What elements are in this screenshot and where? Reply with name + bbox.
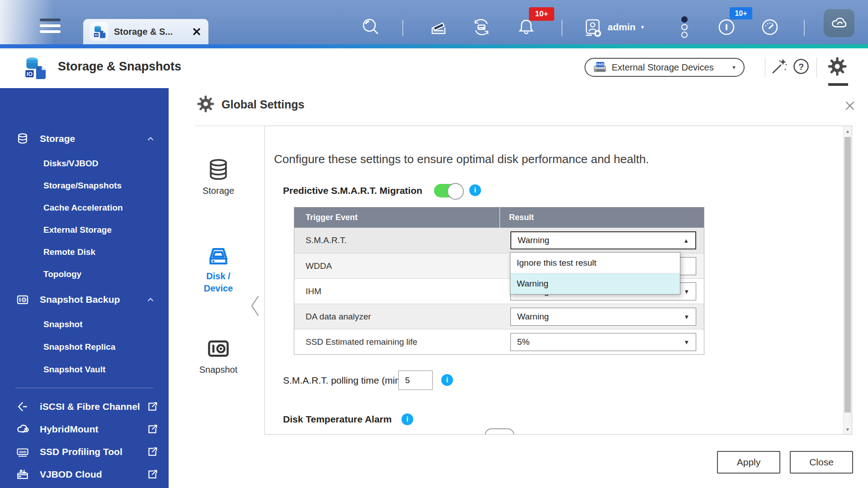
polling-time-input[interactable] [398, 371, 433, 390]
scroll-up-arrow[interactable]: ▲ [844, 126, 852, 136]
sidebar-item-storage-snapshots[interactable]: Storage/Snapshots [0, 174, 169, 197]
svg-text:SSD: SSD [19, 450, 27, 454]
sidebar-item-external-storage[interactable]: External Storage [0, 219, 169, 241]
info-icon[interactable] [401, 413, 413, 425]
info-icon[interactable] [441, 374, 453, 386]
ssd-icon: SSD [15, 445, 30, 459]
external-link-icon [146, 423, 159, 436]
sidebar-item-cache-acceleration[interactable]: Cache Acceleration [0, 197, 169, 219]
notification-count-badge: 10+ [529, 7, 554, 21]
info-icon[interactable] [469, 184, 481, 196]
settings-gear-icon[interactable] [827, 54, 847, 79]
svg-text:RAID: RAID [596, 63, 604, 66]
user-menu[interactable]: admin ▼ [582, 16, 645, 38]
chevron-down-icon: ▼ [684, 288, 689, 295]
dialog-title: Global Settings [222, 98, 304, 111]
raid-disk-icon: RAID [593, 61, 607, 74]
snapshot-camera-icon [15, 292, 30, 307]
global-settings-panel: Global Settings Storage Disk / Device [169, 88, 868, 488]
sidebar-item-hybridmount[interactable]: HybridMount [0, 418, 169, 441]
collapse-panel-chevron-icon[interactable] [249, 294, 261, 318]
trigger-event-label: IHM [294, 286, 321, 296]
trigger-event-label: SSD Estimated remaining life [294, 337, 417, 347]
dropdown-option-ignore[interactable]: Ignore this test result [510, 253, 680, 273]
dropdown-option-warning[interactable]: Warning [510, 273, 680, 294]
gradient-accent-bar [0, 44, 868, 48]
header-divider [765, 57, 765, 77]
app-tab-close-icon[interactable] [191, 26, 202, 37]
myqnapcloud-icon[interactable] [824, 9, 854, 37]
sidebar-item-ssd-profiling-tool[interactable]: SSD SSD Profiling Tool [0, 441, 169, 463]
topbar-divider [561, 20, 562, 36]
header-divider [816, 57, 817, 77]
external-storage-devices-dropdown[interactable]: RAID External Storage Devices ▼ [585, 58, 745, 77]
dialog-close-icon[interactable] [843, 99, 858, 113]
tab-label: Storage [191, 186, 245, 196]
sidebar-item-vjbod-cloud[interactable]: VJBOD Cloud [0, 463, 169, 486]
tab-disk-device[interactable]: Disk / Device [191, 244, 245, 295]
snapshot-tab-icon [206, 336, 231, 361]
smart-result-select[interactable]: Warning ▲ [510, 231, 696, 249]
sidebar-item-iscsi-fibre-channel[interactable]: iSCSI & Fibre Channel [0, 395, 169, 418]
tab-snapshot[interactable]: Snapshot [191, 336, 245, 375]
sidebar-item-topology[interactable]: Topology [0, 263, 169, 285]
smart-migration-label: Predictive S.M.A.R.T. Migration [283, 185, 422, 196]
search-icon[interactable] [359, 16, 382, 38]
svg-text:?: ? [798, 62, 804, 72]
help-icon[interactable]: ? [791, 54, 811, 79]
hybridmount-cloud-icon [15, 422, 30, 436]
svg-text:IO: IO [27, 71, 33, 77]
background-tasks-icon[interactable] [427, 16, 450, 38]
disk-temperature-alarm-label: Disk Temperature Alarm [283, 414, 392, 425]
smart-migration-toggle[interactable] [434, 184, 463, 197]
apply-button[interactable]: Apply [717, 451, 780, 474]
user-caret-down-icon: ▼ [640, 24, 645, 30]
table-row-ssd-life: SSD Estimated remaining life 5% ▼ [294, 329, 704, 354]
user-name-label: admin [608, 22, 636, 33]
chevron-up-icon[interactable] [145, 294, 156, 305]
column-header-trigger-event: Trigger Event [294, 207, 500, 228]
scrollbar-thumb[interactable] [844, 137, 851, 413]
external-link-icon [146, 446, 159, 458]
magic-wand-icon[interactable] [769, 54, 789, 79]
da-result-select[interactable]: Warning ▼ [510, 308, 696, 326]
external-link-icon [146, 468, 159, 481]
system-info-icon[interactable] [715, 16, 738, 38]
dashboard-icon[interactable] [759, 16, 781, 38]
chevron-up-icon[interactable] [145, 133, 156, 144]
settings-headline: Configure these settings to ensure optim… [274, 152, 649, 166]
svg-text:IO: IO [94, 33, 98, 37]
app-tab-title: Storage & S... [114, 27, 173, 37]
vjbod-cloud-icon [15, 467, 30, 482]
sidebar-item-snapshot-replica[interactable]: Snapshot Replica [0, 336, 169, 358]
gear-icon [197, 95, 215, 113]
column-header-result: Result [500, 207, 704, 228]
sidebar-item-storage[interactable]: Storage [0, 128, 169, 149]
temperature-toggle-clipped[interactable] [485, 428, 515, 435]
trigger-event-label: DA data analyzer [294, 312, 371, 322]
app-tab-storage-snapshots[interactable]: IO Storage & S... [83, 19, 208, 44]
storage-tab-icon [206, 157, 231, 182]
main-menu-icon[interactable] [40, 19, 61, 34]
trigger-event-label: WDDA [294, 261, 332, 271]
select-value: Warning [517, 312, 549, 322]
sidebar-item-snapshot-vault[interactable]: Snapshot Vault [0, 358, 169, 380]
settings-scroll-area: Configure these settings to ensure optim… [264, 126, 852, 435]
ssd-life-select[interactable]: 5% ▼ [510, 333, 696, 351]
tab-storage[interactable]: Storage [191, 157, 245, 196]
storage-snapshots-header-icon: IO [21, 54, 48, 81]
vertical-scrollbar[interactable]: ▲ ▼ [843, 126, 852, 434]
trigger-event-label: S.M.A.R.T. [294, 235, 347, 245]
page-title: Storage & Snapshots [58, 60, 181, 74]
scroll-down-arrow[interactable]: ▼ [844, 424, 852, 434]
sync-backup-icon[interactable] [470, 16, 493, 38]
device-selector-label: External Storage Devices [612, 62, 714, 73]
info-count-badge: 10+ [730, 7, 752, 19]
table-header-row: Trigger Event Result [294, 207, 704, 228]
sidebar-item-disks-vjbod[interactable]: Disks/VJBOD [0, 152, 169, 174]
sidebar-item-remote-disk[interactable]: Remote Disk [0, 241, 169, 263]
sidebar-item-snapshot[interactable]: Snapshot [0, 313, 169, 335]
close-button[interactable]: Close [790, 451, 853, 474]
more-options-icon[interactable] [681, 16, 688, 38]
sidebar-item-snapshot-backup[interactable]: Snapshot Backup [0, 288, 169, 311]
